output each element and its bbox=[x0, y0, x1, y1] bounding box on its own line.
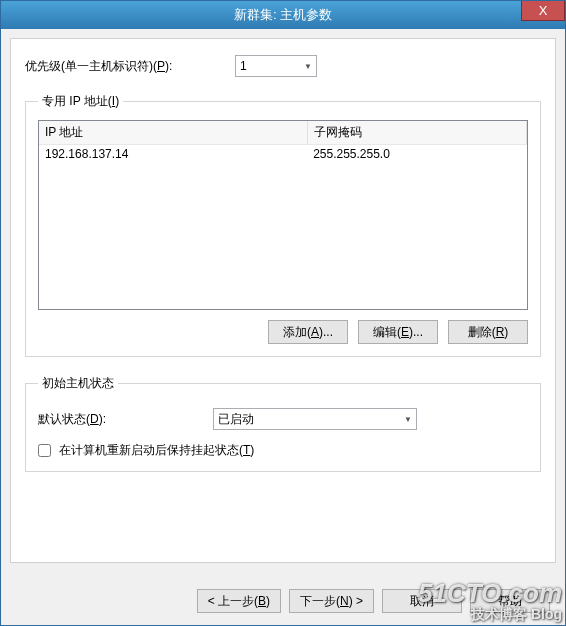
edit-button[interactable]: 编辑(E)... bbox=[358, 320, 438, 344]
close-button[interactable]: X bbox=[521, 1, 565, 21]
retain-checkbox[interactable] bbox=[38, 444, 51, 457]
table-row[interactable]: 192.168.137.14 255.255.255.0 bbox=[39, 145, 527, 164]
priority-row: 优先级(单一主机标识符)(P): 1 ▼ bbox=[25, 55, 541, 77]
ip-group: 专用 IP 地址(I) IP 地址 子网掩码 192.168.137.14 bbox=[25, 93, 541, 357]
state-group-legend: 初始主机状态 bbox=[38, 375, 118, 392]
chevron-down-icon: ▼ bbox=[400, 409, 416, 429]
cell-ip: 192.168.137.14 bbox=[39, 145, 307, 164]
default-state-row: 默认状态(D): 已启动 ▼ bbox=[38, 408, 528, 430]
default-state-combo[interactable]: 已启动 ▼ bbox=[213, 408, 417, 430]
cancel-button[interactable]: 取消 bbox=[382, 589, 462, 613]
priority-combo[interactable]: 1 ▼ bbox=[235, 55, 317, 77]
ip-group-legend: 专用 IP 地址(I) bbox=[38, 93, 123, 110]
chevron-down-icon: ▼ bbox=[300, 56, 316, 76]
back-button[interactable]: < 上一步(B) bbox=[197, 589, 281, 613]
ip-button-row: 添加(A)... 编辑(E)... 删除(R) bbox=[38, 320, 528, 344]
retain-label: 在计算机重新启动后保持挂起状态(T) bbox=[59, 442, 254, 459]
col-ip[interactable]: IP 地址 bbox=[39, 121, 307, 145]
dialog-window: 新群集: 主机参数 X 优先级(单一主机标识符)(P): 1 ▼ 专用 IP 地… bbox=[0, 0, 566, 626]
window-title: 新群集: 主机参数 bbox=[1, 6, 565, 24]
table-header-row: IP 地址 子网掩码 bbox=[39, 121, 527, 145]
retain-check-row: 在计算机重新启动后保持挂起状态(T) bbox=[38, 442, 528, 459]
state-group: 初始主机状态 默认状态(D): 已启动 ▼ 在计算机重新启动后保持挂起状态(T) bbox=[25, 375, 541, 472]
content-panel: 优先级(单一主机标识符)(P): 1 ▼ 专用 IP 地址(I) IP 地址 bbox=[10, 38, 556, 563]
default-state-value: 已启动 bbox=[218, 411, 400, 428]
add-button[interactable]: 添加(A)... bbox=[268, 320, 348, 344]
cell-mask: 255.255.255.0 bbox=[307, 145, 526, 164]
ip-table: IP 地址 子网掩码 192.168.137.14 255.255.255.0 bbox=[39, 121, 527, 163]
col-mask[interactable]: 子网掩码 bbox=[307, 121, 526, 145]
close-icon: X bbox=[539, 4, 548, 17]
next-button[interactable]: 下一步(N) > bbox=[289, 589, 374, 613]
wizard-nav: < 上一步(B) 下一步(N) > 取消 帮助 bbox=[10, 589, 556, 613]
help-button[interactable]: 帮助 bbox=[470, 589, 550, 613]
ip-table-container[interactable]: IP 地址 子网掩码 192.168.137.14 255.255.255.0 bbox=[38, 120, 528, 310]
titlebar: 新群集: 主机参数 X bbox=[1, 1, 565, 29]
remove-button[interactable]: 删除(R) bbox=[448, 320, 528, 344]
priority-label: 优先级(单一主机标识符)(P): bbox=[25, 58, 235, 75]
priority-value: 1 bbox=[240, 59, 300, 73]
default-state-label: 默认状态(D): bbox=[38, 411, 213, 428]
